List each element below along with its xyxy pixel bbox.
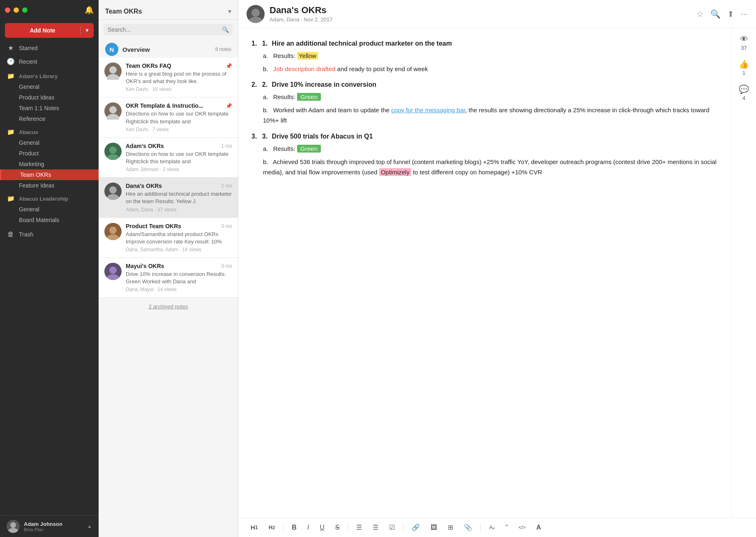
ordered-list-button[interactable]: ☰	[370, 522, 381, 533]
sub-item-text: and ready to post by end of week	[335, 65, 428, 72]
group-avatar: N	[105, 43, 118, 56]
note-preview: Adam/Samantha shared product OKRs Improv…	[126, 231, 232, 245]
image-button[interactable]: 🖼	[428, 522, 440, 533]
bold-button[interactable]: B	[289, 522, 299, 533]
sidebar-trash-label: Trash	[19, 231, 33, 238]
sidebar-item-product-ideas[interactable]: Product Ideas	[0, 92, 99, 103]
svg-point-14	[251, 9, 260, 17]
attachment-button[interactable]: 📎	[461, 522, 475, 533]
archived-notes-link[interactable]: 2 archived notes	[99, 298, 238, 315]
sidebar-item-general-leadership[interactable]: General	[0, 204, 99, 215]
sidebar-item-general-adams[interactable]: General	[0, 81, 99, 92]
sub-list-item: Achieved 536 trials through improved top…	[263, 157, 718, 178]
italic-button[interactable]: I	[305, 522, 311, 533]
thumbs-up-icon[interactable]: 👍	[739, 59, 749, 69]
link-button[interactable]: 🔗	[409, 522, 422, 533]
minimize-button[interactable]	[14, 7, 19, 13]
sidebar-item-general-abacus[interactable]: General	[0, 137, 99, 148]
note-item[interactable]: Adam's OKRs 1 mo Directions on how to us…	[99, 138, 238, 178]
sidebar-item-product[interactable]: Product	[0, 148, 99, 159]
sidebar-item-starred[interactable]: ★ Starred	[0, 41, 99, 55]
note-avatar	[104, 183, 122, 200]
note-group-header: N Overview 8 notes	[99, 39, 238, 58]
result-badge-yellow: Yellow	[297, 52, 318, 60]
sidebar-footer[interactable]: Adam Johnson Beta Plan ▲	[0, 515, 99, 537]
search-input[interactable]	[108, 26, 222, 33]
sidebar-item-team-11-notes[interactable]: Team 1:1 Notes	[0, 103, 99, 113]
zoom-in-icon[interactable]: 🔍	[710, 9, 721, 19]
clock-icon: 🕐	[7, 58, 15, 65]
list-number: 2.	[262, 81, 267, 88]
document-toolbar: H1 H2 B I U S ☰ ☰ ☑ 🔗 🖼 ⊞ 📎 Aₐ " </> A	[238, 517, 756, 537]
add-note-dropdown-arrow[interactable]: ▼	[81, 28, 94, 33]
sub-list-item: Results: Green	[263, 144, 718, 154]
search-bar[interactable]: 🔍	[104, 24, 233, 35]
sidebar-item-team-okrs[interactable]: Team OKRs	[0, 169, 99, 180]
sidebar-item-trash[interactable]: 🗑 Trash	[0, 228, 99, 241]
note-list-chevron-icon[interactable]: ▾	[228, 7, 231, 15]
table-button[interactable]: ⊞	[445, 522, 456, 533]
code-button[interactable]: </>	[516, 523, 528, 532]
toolbar-divider	[283, 523, 284, 532]
svg-point-4	[109, 106, 117, 113]
star-icon[interactable]: ☆	[696, 9, 704, 19]
note-avatar	[104, 62, 122, 80]
sub-item-text-3: to test different copy on homepage) +10%…	[411, 169, 542, 176]
sidebar-item-board-materials[interactable]: Board Materials	[0, 215, 99, 225]
red-text: Job description drafted	[273, 65, 336, 72]
font-button[interactable]: A	[534, 522, 544, 533]
star-icon: ★	[7, 44, 15, 52]
group-title: Overview	[122, 46, 150, 53]
note-title: Team OKRs FAQ	[126, 62, 171, 69]
titlebar: 🔔	[0, 0, 99, 20]
format-button[interactable]: Aₐ	[486, 523, 497, 532]
note-content: Adam's OKRs 1 mo Directions on how to us…	[126, 143, 232, 172]
sidebar-item-feature-ideas[interactable]: Feature Ideas	[0, 180, 99, 191]
sidebar: 🔔 Add Note ▼ ★ Starred 🕐 Recent 📁 Adam's…	[0, 0, 99, 537]
sidebar-item-marketing[interactable]: Marketing	[0, 159, 99, 169]
user-name: Adam Johnson	[24, 521, 83, 527]
share-icon[interactable]: ⬆	[727, 9, 734, 19]
comments-stat[interactable]: 💬 4	[739, 84, 749, 101]
result-badge-green: Green	[297, 93, 321, 101]
underline-button[interactable]: U	[317, 522, 327, 533]
adams-library-section: 📁 Adam's Library	[0, 68, 99, 81]
document-author-avatar	[247, 5, 265, 23]
note-item[interactable]: Mayui's OKRs 3 mo Drive 10% increase in …	[99, 258, 238, 298]
comment-icon[interactable]: 💬	[739, 84, 749, 94]
abacus-folder-icon: 📁	[7, 128, 15, 136]
unordered-list-button[interactable]: ☰	[354, 522, 364, 533]
sidebar-item-reference[interactable]: Reference	[0, 113, 99, 124]
svg-point-15	[249, 17, 263, 23]
link-text[interactable]: copy for the messaging bar	[391, 106, 465, 113]
add-note-button[interactable]: Add Note ▼	[5, 23, 94, 38]
sidebar-item-recent[interactable]: 🕐 Recent	[0, 55, 99, 68]
sub-list-item: Job description drafted and ready to pos…	[263, 64, 718, 74]
note-item[interactable]: Product Team OKRs 3 mo Adam/Samantha sha…	[99, 218, 238, 258]
result-badge-green: Green	[297, 145, 321, 153]
likes-stat[interactable]: 👍 1	[739, 59, 749, 76]
footer-chevron-icon[interactable]: ▲	[87, 523, 92, 529]
more-options-icon[interactable]: ···	[741, 9, 748, 19]
user-plan: Beta Plan	[24, 527, 83, 532]
note-item[interactable]: OKR Template & Instructio... 📌 Direction…	[99, 97, 238, 137]
header-actions: ☆ 🔍 ⬆ ···	[696, 9, 748, 19]
sub-list-item: Worked with Adam and team to update the …	[263, 105, 718, 126]
note-item-danas-okrs[interactable]: Dana's OKRs 2 mo Hire an additional tech…	[99, 178, 238, 218]
svg-point-6	[109, 146, 117, 154]
heading2-button[interactable]: H2	[266, 523, 277, 532]
note-content: Mayui's OKRs 3 mo Drive 10% increase in …	[126, 263, 232, 292]
note-meta: Ken Davis · 16 views	[126, 86, 232, 92]
quote-button[interactable]: "	[503, 522, 510, 533]
checkbox-button[interactable]: ☑	[387, 522, 397, 533]
user-avatar	[7, 520, 20, 533]
notifications-icon[interactable]: 🔔	[85, 5, 94, 14]
maximize-button[interactable]	[22, 7, 28, 13]
svg-point-12	[109, 266, 117, 274]
note-content: Team OKRs FAQ 📌 Here is a great blog pos…	[126, 62, 232, 92]
strikethrough-button[interactable]: S	[333, 522, 342, 533]
close-button[interactable]	[5, 7, 10, 13]
note-item[interactable]: Team OKRs FAQ 📌 Here is a great blog pos…	[99, 58, 238, 97]
heading1-button[interactable]: H1	[248, 522, 260, 532]
content-list: 1. Hire an additional technical product …	[251, 38, 718, 178]
